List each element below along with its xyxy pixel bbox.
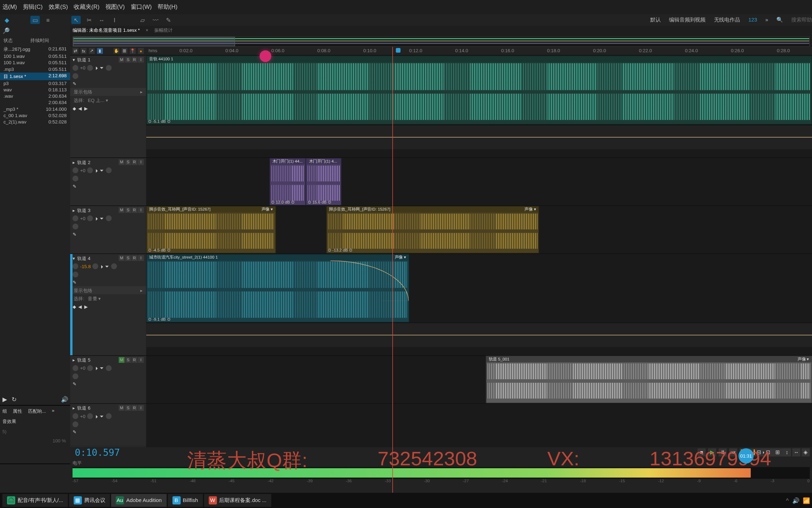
expand-icon[interactable]: ▸ — [73, 357, 75, 363]
fx-knob[interactable] — [73, 73, 79, 79]
pause-button[interactable]: ⏸ — [719, 448, 727, 456]
track-header[interactable]: ▸ 轨道 3 M S R I +0 ⏵⏷ ✎ — [70, 205, 146, 253]
workspace-current[interactable]: 123 — [748, 17, 757, 23]
col-duration[interactable]: 持续时间 — [30, 37, 49, 43]
tab[interactable]: 属性 — [13, 408, 22, 416]
go-start-button[interactable]: ⏮ — [729, 448, 737, 456]
file-row[interactable]: 录...267].ogg0:21.631 — [0, 46, 70, 53]
expand-icon[interactable]: ▸ — [73, 207, 75, 213]
pencil-icon[interactable]: ✎ — [73, 81, 77, 87]
track-name[interactable]: 轨道 1 — [77, 56, 91, 63]
solo-button[interactable]: S — [125, 159, 131, 165]
track-lane[interactable] — [146, 403, 812, 445]
file-row[interactable]: c_00 1.wav0:52.028 — [0, 113, 70, 119]
zoom-sel-icon[interactable]: ⊞ — [774, 448, 782, 456]
fx-knob[interactable] — [73, 421, 79, 427]
prev-key-icon[interactable]: ◀ — [78, 304, 82, 309]
taskbar-app[interactable]: W后期课程备案.doc ... — [204, 494, 271, 507]
fx-knob[interactable] — [73, 272, 79, 278]
multitrack-mode-icon[interactable]: ≡ — [43, 16, 53, 24]
tab[interactable]: 匹配响... — [28, 408, 46, 416]
file-row[interactable]: wav0:18.113 — [0, 87, 70, 93]
play-icon[interactable]: ▶ — [2, 396, 7, 402]
tab[interactable]: 组 — [2, 408, 7, 416]
fx-knob[interactable] — [73, 224, 79, 230]
search-input[interactable]: 搜索帮助 — [791, 16, 812, 24]
mute-button[interactable]: M — [119, 357, 125, 363]
volume-icon[interactable]: 🔊 — [61, 396, 68, 402]
pencil-icon[interactable]: ✎ — [73, 382, 77, 387]
track-lane[interactable]: 音轨 44100 1⊙ -5.1 dB ⊙ — [146, 55, 812, 125]
input-button[interactable]: I — [138, 207, 144, 213]
taskbar-app[interactable]: 🎧配音/有声书/新人/... — [2, 494, 68, 507]
file-row[interactable]: .wav2:00.634 — [0, 93, 70, 99]
audio-clip[interactable]: 脚步音效_耳聆网_[声音ID: 15267]声像 ▾⊙ -13.2 dB ⊙ — [326, 206, 539, 253]
arm-button[interactable]: R — [131, 159, 137, 165]
arm-button[interactable]: R — [131, 207, 137, 213]
file-row[interactable]: 2:00.634 — [0, 99, 70, 106]
zoom-out-icon[interactable]: ⊟ — [755, 448, 763, 456]
hand-icon[interactable]: ✋ — [113, 48, 119, 54]
workspace-item[interactable]: 无线电作品 — [714, 16, 740, 24]
play-button[interactable]: ▶ — [708, 448, 716, 456]
pan-knob[interactable] — [87, 65, 93, 71]
track-lane[interactable]: 城市街道汽车city_street_2(1) 44100 1声像 ▾⊙ -9.1… — [146, 253, 812, 322]
read-icon[interactable]: ⏵⏷ — [95, 168, 104, 173]
auto-knob[interactable] — [111, 264, 117, 270]
audio-clip[interactable]: 木门开门(1) 44...⊙ 12.0 dB ⊙ — [269, 158, 306, 205]
menu-item[interactable]: 帮助(H) — [158, 3, 177, 11]
mute-button[interactable]: M — [119, 405, 125, 411]
read-icon[interactable]: ⏵⏷ — [100, 264, 110, 269]
pan-knob[interactable] — [87, 365, 93, 371]
pencil-icon[interactable]: ✎ — [73, 280, 77, 285]
envelope-lane[interactable] — [146, 125, 812, 149]
track-lane[interactable]: 轨道 5_001声像 ▾ — [146, 355, 812, 403]
keyframe-icon[interactable]: ◆ — [73, 105, 76, 111]
taskbar-app[interactable]: AuAdobe Audition — [111, 494, 166, 507]
track-name[interactable]: 轨道 3 — [77, 207, 91, 213]
clip-gain[interactable]: ⊙ 15.6 dB ⊙ — [308, 200, 331, 204]
send-icon[interactable]: ↗ — [89, 48, 95, 54]
clip-gain[interactable]: ⊙ -9.1 dB ⊙ — [148, 317, 171, 321]
solo-button[interactable]: S — [125, 357, 131, 363]
fx-knob[interactable] — [73, 373, 79, 379]
fx-tab[interactable]: 音效果 — [2, 419, 17, 424]
playhead[interactable] — [393, 47, 393, 493]
fx-icon[interactable]: ⇄ — [73, 48, 79, 54]
pan-knob[interactable] — [87, 413, 93, 419]
overflow-icon[interactable]: » — [765, 17, 768, 23]
clip-gain[interactable]: ⊙ -13.2 dB ⊙ — [328, 248, 352, 252]
expand-icon[interactable]: ▾ — [73, 255, 75, 261]
waveform-mode-icon[interactable]: ▭ — [30, 16, 40, 24]
tray-icon[interactable]: ^ — [786, 497, 789, 503]
overview-navigator[interactable] — [73, 36, 810, 47]
read-icon[interactable]: ⏵⏷ — [95, 413, 104, 419]
clip-gain[interactable]: ⊙ -4.5 dB ⊙ — [148, 248, 171, 252]
input-button[interactable]: I — [138, 357, 144, 363]
time-ruler[interactable]: hms 0:02.00:04.00:06.00:08.00:10.00:12.0… — [146, 47, 812, 55]
envelope-select[interactable]: 音量 ▾ — [88, 295, 101, 302]
search-icon[interactable]: 🔎 — [2, 27, 10, 34]
loop-icon[interactable]: ↻ — [12, 396, 16, 402]
audio-clip[interactable]: 木门开门(1) 4...⊙ 15.6 dB ⊙ — [306, 158, 341, 205]
slip-tool-icon[interactable]: ↔ — [97, 16, 106, 24]
read-icon[interactable]: ⏵⏷ — [95, 65, 104, 71]
editor-tab[interactable]: 编辑器: 未命名混音项目 1.sesx * — [73, 26, 140, 33]
audio-clip[interactable]: 轨道 5_001声像 ▾ — [486, 356, 812, 403]
taskbar-app[interactable]: BBillfish — [167, 494, 203, 507]
eq-icon[interactable]: ▮ — [97, 48, 103, 54]
file-row[interactable]: 100 1.wav0:05.511 — [0, 53, 70, 60]
workspace-item[interactable]: 默认 — [650, 16, 661, 24]
envelope-select[interactable]: EQ 上... ▾ — [88, 97, 108, 103]
menu-item[interactable]: 剪辑(C) — [23, 3, 43, 11]
expand-icon[interactable]: ▾ — [73, 57, 75, 62]
file-row[interactable]: 100 1.wav0:05.511 — [0, 60, 70, 66]
zoom-v-icon[interactable]: ↕ — [783, 448, 791, 456]
audio-clip[interactable]: 音轨 44100 1⊙ -5.1 dB ⊙ — [146, 56, 812, 125]
next-key-icon[interactable]: ▶ — [84, 304, 88, 309]
zoom-region[interactable] — [73, 37, 235, 47]
pin-icon[interactable]: 📍 — [130, 48, 136, 54]
editor-tab[interactable]: 振幅统计 — [154, 26, 173, 33]
lasso-tool-icon[interactable]: 〰 — [151, 16, 160, 24]
arm-button[interactable]: R — [131, 255, 137, 261]
